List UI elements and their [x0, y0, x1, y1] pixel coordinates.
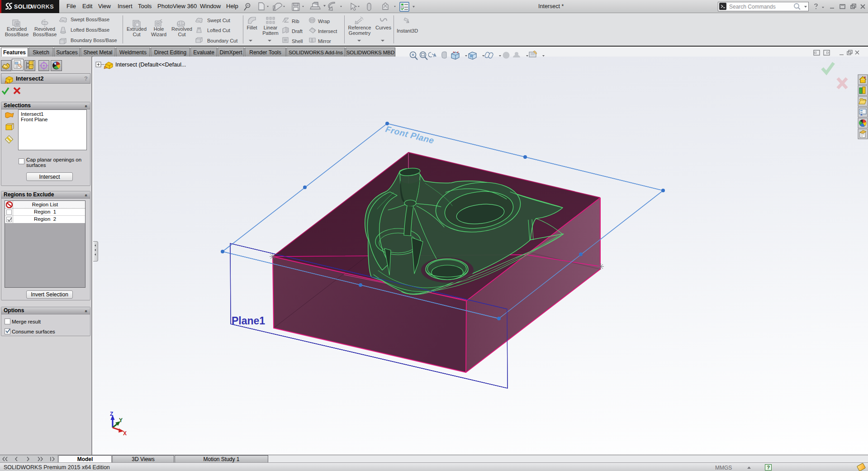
svg-text:Plane1: Plane1 — [232, 315, 265, 327]
svg-text:Y: Y — [119, 417, 123, 423]
svg-text:Intersect (Default<<Defaul...: Intersect (Default<<Defaul... — [115, 62, 186, 68]
svg-text:WORKS: WORKS — [31, 4, 54, 10]
svg-text:SOLID: SOLID — [14, 4, 32, 10]
svg-text:Front Plane: Front Plane — [384, 124, 435, 146]
svg-text:X: X — [123, 430, 127, 437]
svg-text:Z: Z — [110, 411, 113, 417]
